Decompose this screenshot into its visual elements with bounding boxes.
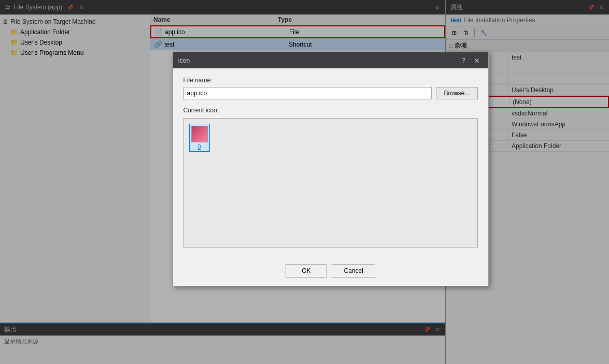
icon-thumbnail bbox=[191, 126, 208, 142]
browse-button[interactable]: Browse... bbox=[436, 87, 477, 99]
modal-overlay: Icon ? ✕ File name: Browse... Current ic… bbox=[0, 0, 609, 364]
dialog-body: File name: Browse... Current icon: 0 bbox=[173, 68, 488, 264]
file-input-row: Browse... bbox=[183, 87, 478, 99]
icon-preview-item-0[interactable]: 0 bbox=[189, 124, 210, 152]
current-icon-label: Current icon: bbox=[183, 107, 478, 114]
dialog-title: Icon bbox=[178, 57, 190, 64]
dialog-close-btn[interactable]: ✕ bbox=[471, 56, 483, 65]
dialog-cancel-button[interactable]: Cancel bbox=[332, 264, 375, 278]
icon-preview-area[interactable]: 0 bbox=[183, 118, 478, 247]
file-name-label: File name: bbox=[183, 77, 478, 84]
icon-index-label: 0 bbox=[197, 143, 201, 150]
icon-dialog: Icon ? ✕ File name: Browse... Current ic… bbox=[173, 52, 489, 286]
dialog-titlebar: Icon ? ✕ bbox=[173, 52, 488, 68]
file-name-input[interactable] bbox=[183, 87, 432, 99]
dialog-ok-button[interactable]: OK bbox=[286, 264, 327, 278]
dialog-footer: OK Cancel bbox=[173, 264, 488, 286]
dialog-help-btn[interactable]: ? bbox=[458, 55, 468, 65]
